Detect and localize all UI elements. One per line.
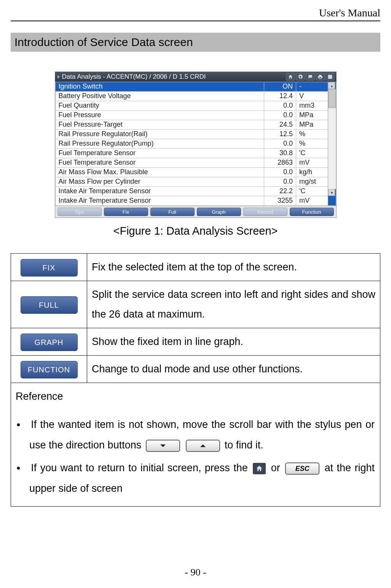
table-row[interactable]: Air Mass Flow per Cylinder0.0mg/st bbox=[55, 177, 336, 187]
tips-button[interactable]: Tips bbox=[57, 208, 102, 216]
page-number: - 90 - bbox=[0, 567, 391, 578]
cell-value: 0.0 bbox=[264, 111, 296, 120]
table-row[interactable]: Ignition SwitchON-▴▾ bbox=[55, 82, 336, 92]
fix-button[interactable]: Fix bbox=[104, 208, 148, 216]
reference-item-1: If the wanted item is not shown, move th… bbox=[16, 414, 375, 455]
section-title: Introduction of Service Data screen bbox=[11, 33, 380, 52]
cell-unit: 'C bbox=[296, 187, 328, 196]
cell-value: 12.4 bbox=[264, 92, 296, 101]
cell-name: Intake Air Temperature Sensor bbox=[55, 196, 264, 206]
cell-value: 0.0 bbox=[264, 101, 296, 111]
figure-1: Data Analysis - ACCENT(MC) / 2006 / D 1.… bbox=[11, 72, 380, 237]
cell-name: Fuel Temperature Sensor bbox=[55, 158, 264, 168]
cell-name: Fuel Quantity bbox=[55, 101, 264, 111]
cell-value: ON bbox=[264, 82, 296, 92]
page-header: User's Manual bbox=[319, 7, 380, 19]
record-button[interactable]: Record bbox=[243, 208, 287, 216]
titlebar-icons bbox=[286, 73, 336, 81]
function-desc: Change to dual mode and use other functi… bbox=[87, 356, 380, 383]
cell-value: 30.8 bbox=[264, 149, 296, 158]
header-rule bbox=[11, 21, 380, 21]
data-table: Ignition SwitchON-▴▾Battery Positive Vol… bbox=[55, 82, 336, 206]
table-row[interactable]: Fuel Quantity0.0mm3 bbox=[55, 101, 336, 111]
scrollbar[interactable]: ▴▾ bbox=[328, 82, 336, 206]
full-pill: FULL bbox=[21, 296, 78, 314]
table-row[interactable]: Rail Pressure Regulator(Pump)0.0% bbox=[55, 139, 336, 149]
esc-button[interactable]: ESC bbox=[285, 462, 319, 475]
scroll-thumb[interactable] bbox=[328, 89, 335, 108]
cell-name: Rail Pressure Regulator(Pump) bbox=[55, 139, 264, 149]
table-row[interactable]: Rail Pressure Regulator(Rail)12.5% bbox=[55, 130, 336, 139]
reference-title: Reference bbox=[11, 383, 380, 410]
cell-unit: mm3 bbox=[296, 101, 328, 111]
cell-value: 2863 bbox=[264, 158, 296, 168]
cell-unit: V bbox=[296, 92, 328, 101]
cell-unit: mV bbox=[296, 158, 328, 168]
table-row[interactable]: Fuel Temperature Sensor30.8'C bbox=[55, 149, 336, 158]
cell-unit: MPa bbox=[296, 120, 328, 130]
scroll-down-icon[interactable]: ▾ bbox=[328, 189, 335, 196]
up-arrow-button[interactable] bbox=[186, 440, 220, 452]
table-row[interactable]: Air Mass Flow Max. Plausible0.0kg/h bbox=[55, 168, 336, 177]
table-row[interactable]: Intake Air Temperature Sensor3255mV bbox=[55, 196, 336, 206]
app-titlebar: Data Analysis - ACCENT(MC) / 2006 / D 1.… bbox=[55, 72, 336, 82]
cell-unit: mV bbox=[296, 196, 328, 206]
cell-value: 22.2 bbox=[264, 187, 296, 196]
settings-icon[interactable] bbox=[296, 73, 305, 81]
window-title: Data Analysis - ACCENT(MC) / 2006 / D 1.… bbox=[62, 73, 206, 81]
down-arrow-button[interactable] bbox=[146, 440, 180, 452]
table-row[interactable]: Battery Positive Voltage12.4V bbox=[55, 92, 336, 101]
graph-button[interactable]: Graph bbox=[197, 208, 241, 216]
app-toolbar: Tips Fix Full Graph Record Function bbox=[55, 206, 336, 218]
layout-icon[interactable] bbox=[326, 73, 335, 81]
button-definition-table: FIX Fix the selected item at the top of … bbox=[11, 253, 380, 410]
titlebar-marker-icon bbox=[57, 75, 60, 79]
reference-body: If the wanted item is not shown, move th… bbox=[11, 410, 380, 507]
cell-name: Intake Air Temperature Sensor bbox=[55, 187, 264, 196]
cell-value: 12.5 bbox=[264, 130, 296, 139]
cell-unit: % bbox=[296, 139, 328, 149]
cell-name: Fuel Temperature Sensor bbox=[55, 149, 264, 158]
cell-value: 3255 bbox=[264, 196, 296, 206]
print-icon[interactable] bbox=[316, 73, 325, 81]
scroll-up-icon[interactable]: ▴ bbox=[328, 82, 335, 89]
chat-icon[interactable] bbox=[306, 73, 315, 81]
cell-value: 24.5 bbox=[264, 120, 296, 130]
full-button[interactable]: Full bbox=[150, 208, 195, 216]
cell-name: Battery Positive Voltage bbox=[55, 92, 264, 101]
fix-desc: Fix the selected item at the top of the … bbox=[87, 254, 380, 281]
cell-name: Air Mass Flow per Cylinder bbox=[55, 177, 264, 187]
cell-unit: % bbox=[296, 130, 328, 139]
home-icon[interactable] bbox=[286, 73, 295, 81]
cell-value: 0.0 bbox=[264, 177, 296, 187]
cell-unit: - bbox=[296, 82, 328, 92]
table-row[interactable]: Intake Air Temperature Sensor22.2'C bbox=[55, 187, 336, 196]
cell-value: 0.0 bbox=[264, 139, 296, 149]
table-row[interactable]: Fuel Pressure0.0MPa bbox=[55, 111, 336, 120]
cell-unit: 'C bbox=[296, 149, 328, 158]
cell-name: Fuel Pressure-Target bbox=[55, 120, 264, 130]
cell-unit: MPa bbox=[296, 111, 328, 120]
table-row[interactable]: Fuel Pressure-Target24.5MPa bbox=[55, 120, 336, 130]
reference-item-2: If you want to return to initial screen,… bbox=[16, 458, 375, 499]
graph-pill: GRAPH bbox=[21, 334, 78, 351]
graph-desc: Show the fixed item in line graph. bbox=[87, 328, 380, 355]
function-button[interactable]: Function bbox=[290, 208, 334, 216]
cell-name: Air Mass Flow Max. Plausible bbox=[55, 168, 264, 177]
cell-value: 0.0 bbox=[264, 168, 296, 177]
fix-pill: FIX bbox=[21, 259, 78, 277]
cell-name: Ignition Switch bbox=[55, 82, 264, 92]
cell-name: Rail Pressure Regulator(Rail) bbox=[55, 130, 264, 139]
cell-name: Fuel Pressure bbox=[55, 111, 264, 120]
home-icon-inline[interactable] bbox=[253, 463, 266, 474]
full-desc: Split the service data screen into left … bbox=[87, 281, 380, 328]
cell-unit: kg/h bbox=[296, 168, 328, 177]
cell-unit: mg/st bbox=[296, 177, 328, 187]
function-pill: FUNCTION bbox=[21, 361, 78, 378]
table-row[interactable]: Fuel Temperature Sensor2863mV bbox=[55, 158, 336, 168]
figure-caption: <Figure 1: Data Analysis Screen> bbox=[113, 225, 278, 237]
app-window: Data Analysis - ACCENT(MC) / 2006 / D 1.… bbox=[55, 72, 337, 218]
